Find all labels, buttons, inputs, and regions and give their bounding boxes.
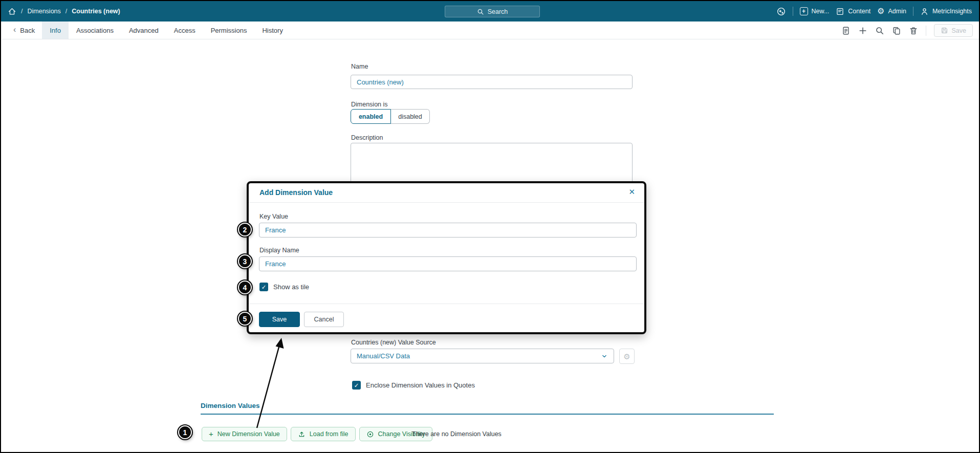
app-window: / Dimensions / Countries (new) Search + … (0, 0, 980, 453)
value-source-selected: Manual/CSV Data (357, 352, 410, 360)
show-as-tile-label: Show as tile (273, 283, 309, 291)
save-label: Save (952, 27, 967, 34)
value-source-settings-button[interactable]: ⚙ (619, 349, 635, 364)
upload-icon (298, 430, 306, 438)
tab-label: Info (50, 27, 61, 34)
home-icon[interactable] (8, 7, 16, 16)
top-navbar: / Dimensions / Countries (new) Search + … (1, 1, 979, 21)
enclose-quotes-row: ✓ Enclose Dimension Values in Quotes (352, 381, 475, 390)
page-tabbar: ‹ Back Info Associations Advanced Access… (2, 21, 980, 39)
tab-label: Access (174, 27, 195, 34)
tab-associations[interactable]: Associations (69, 21, 121, 39)
tab-label: Permissions (211, 27, 247, 34)
breadcrumb-separator: / (21, 8, 23, 15)
duplicate-icon[interactable] (892, 26, 901, 35)
breadcrumb-separator: / (66, 8, 67, 15)
tab-permissions[interactable]: Permissions (203, 21, 255, 39)
breadcrumb-dimensions[interactable]: Dimensions (27, 8, 60, 15)
callout-1: 1 (178, 425, 192, 439)
description-label: Description (351, 134, 383, 141)
name-input[interactable] (351, 75, 633, 89)
tab-access[interactable]: Access (166, 21, 203, 39)
eye-icon (366, 430, 374, 438)
check-icon: ✓ (262, 284, 267, 291)
save-icon (941, 27, 948, 34)
display-name-input[interactable] (259, 256, 637, 271)
gear-icon: ⚙ (877, 7, 884, 15)
load-from-file-button[interactable]: Load from file (291, 427, 356, 441)
add-icon[interactable] (858, 26, 867, 35)
key-value-input[interactable] (259, 223, 637, 238)
document-icon[interactable] (841, 26, 851, 35)
user-icon (920, 7, 929, 16)
dimension-is-label: Dimension is (351, 101, 388, 108)
delete-icon[interactable] (909, 26, 918, 35)
name-label: Name (351, 63, 368, 70)
toggle-enabled[interactable]: enabled (351, 109, 391, 124)
value-source-select[interactable]: Manual/CSV Data (351, 349, 614, 363)
tab-info[interactable]: Info (42, 21, 69, 39)
admin-menu-label: Admin (888, 8, 906, 15)
navbar-divider (913, 7, 913, 16)
user-menu-button[interactable]: MetricInsights (920, 7, 972, 16)
modal-cancel-button[interactable]: Cancel (304, 312, 344, 327)
close-icon[interactable]: ✕ (628, 187, 635, 197)
check-icon: ✓ (354, 382, 359, 389)
enclose-quotes-label: Enclose Dimension Values in Quotes (366, 381, 475, 389)
callout-3: 3 (238, 254, 252, 268)
global-search-input[interactable]: Search (445, 6, 540, 17)
user-menu-label: MetricInsights (932, 8, 972, 15)
gear-icon: ⚙ (623, 353, 630, 360)
chevron-down-icon (601, 353, 608, 360)
content-menu-label: Content (848, 8, 870, 15)
key-value-label: Key Value (259, 213, 288, 220)
new-menu-label: New... (812, 8, 830, 15)
navbar-actions: + New... Content ⚙ Admin MetricInsights (776, 1, 972, 21)
button-label: Load from file (310, 430, 349, 438)
search-placeholder: Search (488, 8, 508, 15)
tab-label: Advanced (129, 27, 159, 34)
section-divider (201, 414, 774, 415)
callout-4: 4 (238, 281, 252, 294)
enclose-quotes-checkbox[interactable]: ✓ (352, 381, 361, 390)
modal-title: Add Dimension Value (259, 188, 333, 197)
new-menu-button[interactable]: + New... (800, 7, 830, 15)
display-name-label: Display Name (259, 247, 299, 254)
toolbar-divider (926, 26, 926, 36)
tab-label: Associations (76, 27, 114, 34)
content-menu-button[interactable]: Content (836, 7, 870, 16)
empty-dimension-values-text: There are no Dimension Values (412, 430, 502, 438)
callout-5: 5 (238, 312, 252, 326)
search-icon (477, 8, 484, 15)
chevron-left-icon: ‹ (13, 26, 16, 34)
save-button-disabled[interactable]: Save (934, 24, 973, 37)
callout-2: 2 (238, 223, 252, 236)
admin-menu-button[interactable]: ⚙ Admin (877, 7, 906, 15)
show-as-tile-row: ✓ Show as tile (259, 283, 309, 291)
breadcrumb-current-page: Countries (new) (72, 8, 120, 15)
dimension-values-toolbar: + New Dimension Value Load from file Cha… (202, 427, 432, 441)
sparkle-circle-icon[interactable] (776, 7, 786, 16)
page-toolbar: Save (841, 21, 973, 39)
show-as-tile-checkbox[interactable]: ✓ (259, 283, 268, 291)
dimension-values-heading: Dimension Values (201, 402, 260, 409)
content-doc-icon (836, 7, 844, 16)
plus-icon: + (209, 429, 213, 438)
new-dimension-value-button[interactable]: + New Dimension Value (202, 427, 287, 441)
modal-header-divider (249, 202, 644, 203)
breadcrumb: / Dimensions / Countries (new) (1, 7, 120, 16)
back-button[interactable]: ‹ Back (2, 21, 42, 39)
modal-save-button[interactable]: Save (259, 312, 300, 327)
modal-footer-divider (249, 304, 644, 304)
back-label: Back (20, 27, 35, 34)
button-label: New Dimension Value (217, 430, 280, 438)
tab-label: History (262, 27, 282, 34)
tab-advanced[interactable]: Advanced (121, 21, 166, 39)
add-dimension-value-modal: Add Dimension Value ✕ Key Value Display … (247, 181, 646, 334)
dimension-is-toggle: enabled disabled (351, 109, 430, 124)
toggle-disabled[interactable]: disabled (391, 109, 430, 124)
plus-square-icon: + (800, 7, 808, 15)
navbar-divider (793, 7, 793, 16)
tab-history[interactable]: History (254, 21, 290, 39)
search-icon[interactable] (875, 26, 884, 35)
